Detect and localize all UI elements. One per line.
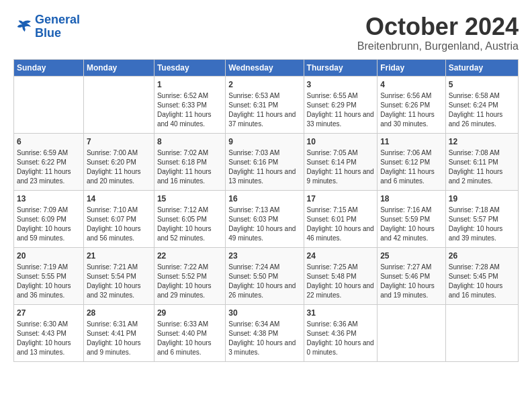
page-subtitle: Breitenbrunn, Burgenland, Austria [357, 40, 519, 52]
col-thursday: Thursday [304, 59, 378, 76]
day-detail: Sunrise: 6:30 AM Sunset: 4:43 PM Dayligh… [17, 320, 81, 357]
calendar-cell: 6Sunrise: 6:59 AM Sunset: 6:22 PM Daylig… [14, 133, 84, 190]
day-number: 16 [228, 193, 300, 205]
calendar-cell: 7Sunrise: 7:00 AM Sunset: 6:20 PM Daylig… [83, 133, 154, 190]
day-number: 14 [87, 193, 151, 205]
day-number: 25 [380, 250, 443, 262]
day-number: 26 [449, 250, 515, 262]
day-detail: Sunrise: 7:08 AM Sunset: 6:11 PM Dayligh… [449, 148, 515, 186]
calendar-cell: 23Sunrise: 7:24 AM Sunset: 5:50 PM Dayli… [226, 247, 304, 304]
day-detail: Sunrise: 6:31 AM Sunset: 4:41 PM Dayligh… [87, 320, 151, 357]
day-detail: Sunrise: 7:05 AM Sunset: 6:14 PM Dayligh… [307, 148, 375, 186]
day-detail: Sunrise: 7:10 AM Sunset: 6:07 PM Dayligh… [87, 205, 151, 243]
calendar-cell: 21Sunrise: 7:21 AM Sunset: 5:54 PM Dayli… [83, 247, 154, 304]
day-detail: Sunrise: 7:25 AM Sunset: 5:48 PM Dayligh… [307, 263, 375, 300]
calendar-cell: 25Sunrise: 7:27 AM Sunset: 5:46 PM Dayli… [378, 247, 446, 304]
weekday-header-row: Sunday Monday Tuesday Wednesday Thursday… [14, 59, 519, 76]
col-saturday: Saturday [445, 59, 518, 76]
day-number: 30 [228, 308, 300, 319]
logo: General Blue [13, 13, 80, 40]
logo-icon [13, 19, 32, 34]
day-detail: Sunrise: 7:09 AM Sunset: 6:09 PM Dayligh… [17, 205, 81, 243]
day-number: 19 [449, 193, 515, 205]
day-detail: Sunrise: 6:53 AM Sunset: 6:31 PM Dayligh… [228, 91, 300, 129]
calendar-week-row: 20Sunrise: 7:19 AM Sunset: 5:55 PM Dayli… [14, 247, 519, 304]
col-sunday: Sunday [14, 59, 84, 76]
day-number: 8 [157, 136, 222, 148]
calendar-cell: 26Sunrise: 7:28 AM Sunset: 5:45 PM Dayli… [445, 247, 518, 304]
calendar-week-row: 13Sunrise: 7:09 AM Sunset: 6:09 PM Dayli… [14, 190, 519, 247]
calendar-cell [445, 304, 518, 361]
calendar-cell: 1Sunrise: 6:52 AM Sunset: 6:33 PM Daylig… [154, 76, 225, 133]
col-monday: Monday [83, 59, 154, 76]
page-header: General Blue October 2024 Breitenbrunn, … [13, 13, 519, 52]
day-number: 22 [157, 250, 222, 262]
day-detail: Sunrise: 6:52 AM Sunset: 6:33 PM Dayligh… [157, 91, 222, 129]
day-detail: Sunrise: 7:15 AM Sunset: 6:01 PM Dayligh… [307, 205, 375, 243]
calendar-cell: 22Sunrise: 7:22 AM Sunset: 5:52 PM Dayli… [154, 247, 225, 304]
day-number: 17 [307, 193, 375, 205]
day-detail: Sunrise: 6:36 AM Sunset: 4:36 PM Dayligh… [307, 320, 375, 357]
day-detail: Sunrise: 7:12 AM Sunset: 6:05 PM Dayligh… [157, 205, 222, 243]
calendar-cell: 16Sunrise: 7:13 AM Sunset: 6:03 PM Dayli… [226, 190, 304, 247]
day-detail: Sunrise: 6:55 AM Sunset: 6:29 PM Dayligh… [307, 91, 375, 129]
day-number: 4 [380, 79, 443, 91]
day-detail: Sunrise: 6:58 AM Sunset: 6:24 PM Dayligh… [449, 91, 515, 129]
day-detail: Sunrise: 7:00 AM Sunset: 6:20 PM Dayligh… [87, 148, 151, 186]
calendar-cell [83, 76, 154, 133]
day-number: 28 [87, 308, 151, 319]
calendar-cell: 12Sunrise: 7:08 AM Sunset: 6:11 PM Dayli… [445, 133, 518, 190]
day-number: 15 [157, 193, 222, 205]
day-detail: Sunrise: 6:33 AM Sunset: 4:40 PM Dayligh… [157, 320, 222, 357]
calendar-week-row: 1Sunrise: 6:52 AM Sunset: 6:33 PM Daylig… [14, 76, 519, 133]
day-detail: Sunrise: 7:21 AM Sunset: 5:54 PM Dayligh… [87, 263, 151, 300]
day-number: 23 [228, 250, 300, 262]
day-detail: Sunrise: 7:02 AM Sunset: 6:18 PM Dayligh… [157, 148, 222, 186]
calendar-cell: 28Sunrise: 6:31 AM Sunset: 4:41 PM Dayli… [83, 304, 154, 361]
day-detail: Sunrise: 7:16 AM Sunset: 5:59 PM Dayligh… [380, 205, 443, 243]
day-number: 3 [307, 79, 375, 91]
col-friday: Friday [378, 59, 446, 76]
day-number: 2 [228, 79, 300, 91]
calendar-cell: 30Sunrise: 6:34 AM Sunset: 4:38 PM Dayli… [226, 304, 304, 361]
calendar-cell: 24Sunrise: 7:25 AM Sunset: 5:48 PM Dayli… [304, 247, 378, 304]
day-detail: Sunrise: 7:18 AM Sunset: 5:57 PM Dayligh… [449, 205, 515, 243]
calendar-cell: 3Sunrise: 6:55 AM Sunset: 6:29 PM Daylig… [304, 76, 378, 133]
calendar-cell: 20Sunrise: 7:19 AM Sunset: 5:55 PM Dayli… [14, 247, 84, 304]
calendar-header: Sunday Monday Tuesday Wednesday Thursday… [14, 59, 519, 76]
day-number: 18 [380, 193, 443, 205]
calendar-cell: 31Sunrise: 6:36 AM Sunset: 4:36 PM Dayli… [304, 304, 378, 361]
day-number: 29 [157, 308, 222, 319]
calendar-cell: 13Sunrise: 7:09 AM Sunset: 6:09 PM Dayli… [14, 190, 84, 247]
calendar-cell: 19Sunrise: 7:18 AM Sunset: 5:57 PM Dayli… [445, 190, 518, 247]
day-detail: Sunrise: 7:27 AM Sunset: 5:46 PM Dayligh… [380, 263, 443, 300]
day-number: 7 [87, 136, 151, 148]
calendar-cell: 5Sunrise: 6:58 AM Sunset: 6:24 PM Daylig… [445, 76, 518, 133]
day-detail: Sunrise: 7:22 AM Sunset: 5:52 PM Dayligh… [157, 263, 222, 300]
calendar-cell: 10Sunrise: 7:05 AM Sunset: 6:14 PM Dayli… [304, 133, 378, 190]
col-wednesday: Wednesday [226, 59, 304, 76]
day-number: 20 [17, 250, 81, 262]
calendar-table: Sunday Monday Tuesday Wednesday Thursday… [13, 59, 519, 362]
calendar-cell: 2Sunrise: 6:53 AM Sunset: 6:31 PM Daylig… [226, 76, 304, 133]
day-number: 1 [157, 79, 222, 91]
day-detail: Sunrise: 6:56 AM Sunset: 6:26 PM Dayligh… [380, 91, 443, 129]
day-detail: Sunrise: 7:13 AM Sunset: 6:03 PM Dayligh… [228, 205, 300, 243]
calendar-cell: 14Sunrise: 7:10 AM Sunset: 6:07 PM Dayli… [83, 190, 154, 247]
day-number: 9 [228, 136, 300, 148]
col-tuesday: Tuesday [154, 59, 225, 76]
calendar-cell: 8Sunrise: 7:02 AM Sunset: 6:18 PM Daylig… [154, 133, 225, 190]
calendar-cell: 4Sunrise: 6:56 AM Sunset: 6:26 PM Daylig… [378, 76, 446, 133]
day-detail: Sunrise: 7:19 AM Sunset: 5:55 PM Dayligh… [17, 263, 81, 300]
title-block: October 2024 Breitenbrunn, Burgenland, A… [357, 13, 519, 52]
calendar-cell: 17Sunrise: 7:15 AM Sunset: 6:01 PM Dayli… [304, 190, 378, 247]
day-detail: Sunrise: 7:03 AM Sunset: 6:16 PM Dayligh… [228, 148, 300, 186]
day-number: 6 [17, 136, 81, 148]
day-number: 31 [307, 308, 375, 319]
calendar-cell: 18Sunrise: 7:16 AM Sunset: 5:59 PM Dayli… [378, 190, 446, 247]
day-detail: Sunrise: 7:28 AM Sunset: 5:45 PM Dayligh… [449, 263, 515, 300]
day-number: 12 [449, 136, 515, 148]
day-number: 13 [17, 193, 81, 205]
calendar-cell [14, 76, 84, 133]
day-detail: Sunrise: 6:59 AM Sunset: 6:22 PM Dayligh… [17, 148, 81, 186]
